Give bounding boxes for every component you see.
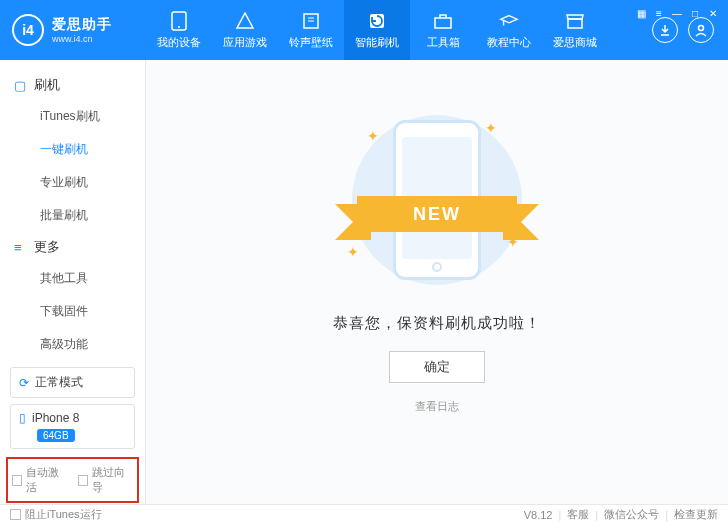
sidebar: ▢刷机 iTunes刷机 一键刷机 专业刷机 批量刷机 ≡更多 其他工具 下载固… xyxy=(0,60,146,504)
toolbox-icon xyxy=(433,11,453,31)
apps-icon xyxy=(235,11,255,31)
mode-status[interactable]: ⟳正常模式 xyxy=(10,367,135,398)
sidebar-item-download-firmware[interactable]: 下载固件 xyxy=(0,295,145,328)
user-button[interactable] xyxy=(688,17,714,43)
download-button[interactable] xyxy=(652,17,678,43)
device-icon xyxy=(169,11,189,31)
success-message: 恭喜您，保资料刷机成功啦！ xyxy=(333,314,541,333)
section-more: ≡更多 xyxy=(0,232,145,262)
flash-section-icon: ▢ xyxy=(14,78,28,93)
menu-icon[interactable]: ▦ xyxy=(634,6,648,20)
device-name: iPhone 8 xyxy=(32,411,79,425)
new-ribbon: NEW xyxy=(357,196,517,240)
nav-tutorials[interactable]: 教程中心 xyxy=(476,0,542,60)
storage-badge: 64GB xyxy=(37,429,75,442)
svg-point-1 xyxy=(178,26,180,28)
brand-name: 爱思助手 xyxy=(52,16,112,34)
sidebar-item-itunes-flash[interactable]: iTunes刷机 xyxy=(0,100,145,133)
wechat-link[interactable]: 微信公众号 xyxy=(604,507,659,522)
wallpaper-icon xyxy=(301,11,321,31)
app-header: i4 爱思助手 www.i4.cn 我的设备 应用游戏 铃声壁纸 智能刷机 工具… xyxy=(0,0,728,60)
sidebar-item-other-tools[interactable]: 其他工具 xyxy=(0,262,145,295)
store-icon xyxy=(565,11,585,31)
success-illustration: ✦ ✦ ✦ ✦ NEW xyxy=(327,110,547,290)
logo-icon: i4 xyxy=(12,14,44,46)
service-link[interactable]: 客服 xyxy=(567,507,589,522)
main-content: ✦ ✦ ✦ ✦ NEW 恭喜您，保资料刷机成功啦！ 确定 查看日志 xyxy=(146,60,728,504)
section-flash: ▢刷机 xyxy=(0,70,145,100)
svg-point-6 xyxy=(699,26,704,31)
minimize-icon[interactable]: — xyxy=(670,6,684,20)
nav-store[interactable]: 爱思商城 xyxy=(542,0,608,60)
pin-icon[interactable]: ≡ xyxy=(652,6,666,20)
svg-rect-4 xyxy=(435,18,451,28)
nav-apps[interactable]: 应用游戏 xyxy=(212,0,278,60)
logo-area: i4 爱思助手 www.i4.cn xyxy=(0,14,146,46)
brand-domain: www.i4.cn xyxy=(52,34,112,44)
phone-icon: ▯ xyxy=(19,411,26,425)
block-itunes-checkbox[interactable]: 阻止iTunes运行 xyxy=(10,507,102,522)
activation-options: 自动激活 跳过向导 xyxy=(6,457,139,503)
sidebar-item-advanced[interactable]: 高级功能 xyxy=(0,328,145,361)
close-icon[interactable]: ✕ xyxy=(706,6,720,20)
svg-rect-5 xyxy=(568,19,582,28)
nav-ringtones[interactable]: 铃声壁纸 xyxy=(278,0,344,60)
nav-my-device[interactable]: 我的设备 xyxy=(146,0,212,60)
skip-wizard-checkbox[interactable]: 跳过向导 xyxy=(78,465,134,495)
sidebar-item-batch-flash[interactable]: 批量刷机 xyxy=(0,199,145,232)
version-label: V8.12 xyxy=(524,509,553,521)
sidebar-item-pro-flash[interactable]: 专业刷机 xyxy=(0,166,145,199)
auto-activate-checkbox[interactable]: 自动激活 xyxy=(12,465,68,495)
device-box[interactable]: ▯iPhone 8 64GB xyxy=(10,404,135,449)
nav-flash[interactable]: 智能刷机 xyxy=(344,0,410,60)
maximize-icon[interactable]: □ xyxy=(688,6,702,20)
update-link[interactable]: 检查更新 xyxy=(674,507,718,522)
confirm-button[interactable]: 确定 xyxy=(389,351,485,383)
refresh-icon: ⟳ xyxy=(19,376,29,390)
view-log-link[interactable]: 查看日志 xyxy=(415,399,459,414)
flash-icon xyxy=(367,11,387,31)
tutorial-icon xyxy=(499,11,519,31)
sidebar-item-oneclick-flash[interactable]: 一键刷机 xyxy=(0,133,145,166)
main-nav: 我的设备 应用游戏 铃声壁纸 智能刷机 工具箱 教程中心 爱思商城 xyxy=(146,0,608,60)
nav-toolbox[interactable]: 工具箱 xyxy=(410,0,476,60)
more-section-icon: ≡ xyxy=(14,240,28,255)
